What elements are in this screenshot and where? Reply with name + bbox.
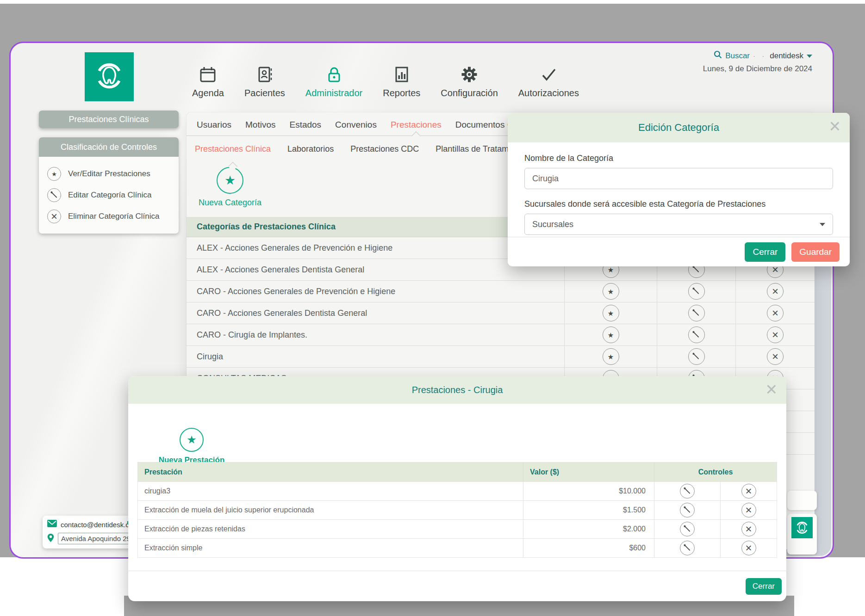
main-nav: Agenda Pacientes <box>192 65 579 99</box>
edit-control[interactable] <box>654 520 720 538</box>
sidebar: Prestaciones Clínicas Clasificación de C… <box>39 111 179 234</box>
edit-control[interactable] <box>654 501 720 519</box>
legend-label: Ver/Editar Prestaciones <box>68 169 150 179</box>
topbar: Buscar · · dentidesk Lunes, 9 de Diciemb… <box>703 50 812 74</box>
prestacion-row: Extracción simple $600 × <box>138 538 777 557</box>
delete-control[interactable]: × <box>735 324 815 345</box>
floating-logo-card[interactable] <box>787 514 817 554</box>
current-date: Lunes, 9 de Diciembre de 2024 <box>703 64 812 74</box>
view-edit-control[interactable]: ★ <box>564 346 657 367</box>
bar-chart-icon <box>392 65 411 84</box>
pencil-icon <box>680 503 695 517</box>
tab-prestaciones-cdc[interactable]: Prestaciones CDC <box>350 144 419 154</box>
star-icon: ★ <box>603 283 619 300</box>
star-icon: ★ <box>603 305 619 321</box>
delete-control[interactable]: × <box>735 281 815 302</box>
new-category-button[interactable]: ★ Nueva Categoría <box>198 167 262 208</box>
delete-icon: × <box>767 305 784 321</box>
pencil-icon <box>688 305 705 321</box>
edit-control[interactable] <box>654 482 720 500</box>
view-edit-control[interactable]: ★ <box>564 324 657 345</box>
new-category-label: Nueva Categoría <box>198 198 262 208</box>
account-menu[interactable]: dentidesk <box>770 51 803 61</box>
close-icon[interactable]: × <box>829 117 840 136</box>
edit-control[interactable] <box>657 281 735 302</box>
delete-control[interactable]: × <box>720 520 777 538</box>
chevron-down-icon[interactable] <box>807 55 812 58</box>
pencil-icon <box>47 188 61 202</box>
nav-reportes[interactable]: Reportes <box>383 65 420 99</box>
delete-icon: × <box>741 522 756 536</box>
col-valor: Valor ($) <box>523 462 654 481</box>
branches-select-value: Sucursales <box>532 220 573 229</box>
nav-pacientes[interactable]: Pacientes <box>244 65 285 99</box>
patients-book-icon <box>255 65 274 84</box>
col-prestacion: Prestación <box>138 468 523 476</box>
category-row: Cirugia ★ × <box>187 346 815 368</box>
branches-label: Sucursales donde será accesible esta Cat… <box>524 199 833 209</box>
delete-icon: × <box>741 541 756 555</box>
check-icon <box>539 65 558 84</box>
delete-control[interactable]: × <box>720 539 777 557</box>
search-icon[interactable] <box>714 50 722 61</box>
close-button[interactable]: Cerrar <box>746 578 782 595</box>
search-link[interactable]: Buscar <box>725 51 750 61</box>
star-circle-icon: ★ <box>217 167 243 194</box>
delete-icon: × <box>741 503 756 517</box>
category-row: CARO - Acciones Generales Dentista Gener… <box>187 302 815 324</box>
delete-control[interactable]: × <box>720 482 777 500</box>
tab-prestaciones-clinica[interactable]: Prestaciones Clínica <box>195 144 271 154</box>
nav-label: Administrador <box>305 88 362 99</box>
delete-icon: × <box>741 484 756 499</box>
category-name-label: Nombre de la Categoría <box>524 154 833 163</box>
edit-control[interactable] <box>657 346 735 367</box>
tab-laboratorios[interactable]: Laboratorios <box>287 144 334 154</box>
delete-control[interactable]: × <box>720 501 777 519</box>
tab-convenios[interactable]: Convenios <box>335 120 377 130</box>
delete-control[interactable]: × <box>735 346 815 367</box>
lock-icon <box>325 65 343 84</box>
new-prestacion-button[interactable]: ★ Nueva Prestación <box>157 428 226 465</box>
close-button[interactable]: Cerrar <box>745 242 785 262</box>
edit-control[interactable] <box>654 539 720 557</box>
delete-icon: × <box>767 283 784 300</box>
star-circle-icon: ★ <box>180 428 204 452</box>
modal-title: Edición Categoría <box>638 122 719 134</box>
delete-control[interactable]: × <box>735 302 815 324</box>
prestaciones-table: Prestación Valor ($) Controles cirugia3 … <box>137 462 777 558</box>
tab-estados[interactable]: Estados <box>289 120 321 130</box>
star-icon: ★ <box>603 348 619 365</box>
category-row: CARO - Cirugía de Implantes. ★ × <box>187 324 815 346</box>
tab-prestaciones[interactable]: Prestaciones <box>391 120 442 130</box>
col-controles: Controles <box>654 462 777 481</box>
nav-administrador[interactable]: Administrador <box>305 65 362 99</box>
edit-control[interactable] <box>657 302 735 324</box>
nav-label: Reportes <box>383 88 420 99</box>
nav-agenda[interactable]: Agenda <box>192 65 224 99</box>
legend-item-edit: Editar Categoría Clínica <box>47 185 179 206</box>
modal-title: Prestaciones - Cirugia <box>412 385 503 395</box>
category-name-input[interactable] <box>524 168 833 189</box>
tab-motivos[interactable]: Motivos <box>245 120 275 130</box>
nav-configuracion[interactable]: Configuración <box>441 65 498 99</box>
nav-label: Pacientes <box>244 88 285 99</box>
tab-usuarios[interactable]: Usuarios <box>197 120 231 130</box>
close-icon[interactable]: × <box>765 380 777 399</box>
edit-control[interactable] <box>657 324 735 345</box>
view-edit-control[interactable]: ★ <box>564 302 657 324</box>
tooth-icon <box>93 59 126 94</box>
pencil-icon <box>688 283 705 300</box>
pencil-icon <box>680 484 695 499</box>
dentidesk-logo <box>85 52 134 101</box>
legend-label: Editar Categoría Clínica <box>68 191 151 200</box>
view-edit-control[interactable]: ★ <box>564 281 657 302</box>
nav-autorizaciones[interactable]: Autorizaciones <box>518 65 579 99</box>
address-field[interactable]: Avenida Apoquindo 2930, pi <box>58 533 131 544</box>
prestaciones-modal: Prestaciones - Cirugia × ★ Nueva Prestac… <box>128 376 786 601</box>
nav-label: Agenda <box>192 88 224 99</box>
controls-legend-panel: Clasificación de Controles ★ Ver/Editar … <box>39 137 179 234</box>
save-button[interactable]: Guardar <box>791 242 840 262</box>
category-row: CARO - Acciones Generales de Prevención … <box>187 281 815 302</box>
branches-select[interactable]: Sucursales <box>524 214 833 235</box>
chevron-down-icon <box>820 223 825 226</box>
